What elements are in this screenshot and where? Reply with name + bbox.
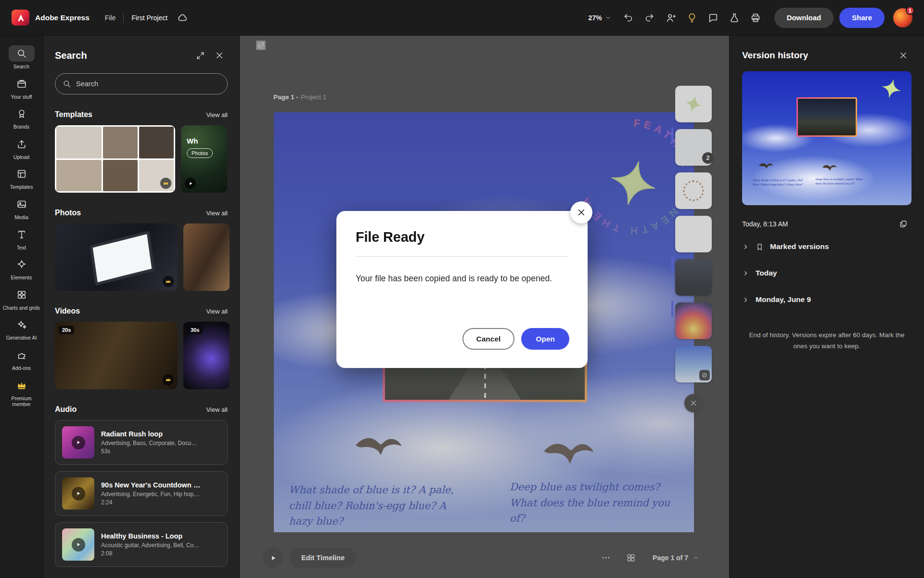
sidebar-item-media[interactable]: Media bbox=[0, 196, 43, 221]
templates-view-all[interactable]: View all bbox=[206, 111, 228, 118]
redo-button[interactable] bbox=[641, 9, 659, 27]
audio-tags: Acoustic guitar, Advertising, Bell, Co… bbox=[101, 542, 199, 549]
sidebar-item-your-stuff[interactable]: Your stuff bbox=[0, 76, 43, 100]
generative-ai-icon bbox=[9, 316, 35, 333]
sidebar-item-generative-ai[interactable]: Generative AI bbox=[0, 316, 43, 341]
audio-item[interactable]: Radiant Rush loop Advertising, Bass, Cor… bbox=[55, 420, 228, 465]
template-thumbnail-1[interactable] bbox=[55, 125, 175, 193]
expand-panel-icon[interactable] bbox=[192, 47, 208, 64]
photos-row bbox=[55, 223, 228, 291]
videos-row: 20s 30s bbox=[55, 322, 228, 389]
charts-grids-icon bbox=[9, 287, 35, 303]
file-menu[interactable]: File bbox=[105, 14, 116, 22]
dialog-body-text: Your file has been copied and is ready t… bbox=[356, 272, 570, 285]
add-ons-icon bbox=[9, 347, 35, 363]
invite-user-icon[interactable] bbox=[662, 9, 680, 27]
cancel-button[interactable]: Cancel bbox=[462, 328, 515, 350]
chevron-right-icon bbox=[742, 243, 749, 250]
sidebar-item-upload[interactable]: Upload bbox=[0, 136, 43, 160]
template-thumbnail-2[interactable]: Wh Photos bbox=[181, 125, 227, 193]
dialog-title: File Ready bbox=[356, 229, 568, 245]
play-icon[interactable] bbox=[72, 436, 85, 449]
play-icon[interactable] bbox=[72, 487, 85, 500]
chevron-right-icon bbox=[742, 270, 749, 277]
sidebar-item-premium-member[interactable]: Premium member bbox=[0, 377, 43, 407]
elements-icon bbox=[9, 256, 35, 273]
photo-thumbnail-1[interactable] bbox=[55, 223, 178, 291]
panel-title: Search bbox=[55, 50, 189, 61]
videos-section-header: Videos View all bbox=[55, 307, 228, 315]
duration-badge: 20s bbox=[59, 326, 74, 334]
document-title[interactable]: First Project bbox=[131, 14, 167, 22]
copy-version-icon[interactable] bbox=[895, 216, 911, 232]
close-panel-icon[interactable] bbox=[211, 47, 228, 64]
search-panel-header: Search bbox=[55, 47, 228, 64]
open-button[interactable]: Open bbox=[521, 328, 569, 350]
audio-thumbnail bbox=[62, 477, 94, 510]
photos-view-all[interactable]: View all bbox=[206, 210, 228, 217]
audio-title: Radiant Rush loop bbox=[101, 430, 197, 438]
play-icon bbox=[185, 178, 196, 189]
audio-thumbnail bbox=[62, 528, 94, 561]
sidebar-item-text[interactable]: Text bbox=[0, 226, 43, 251]
video-thumbnail-1[interactable]: 20s bbox=[55, 322, 178, 389]
undo-button[interactable] bbox=[619, 9, 638, 27]
notification-badge: 1 bbox=[906, 6, 914, 15]
duration-badge: 30s bbox=[187, 326, 203, 334]
left-rail: Search Your stuff Brands Upload Template… bbox=[0, 36, 43, 578]
download-button[interactable]: Download bbox=[774, 8, 834, 28]
panel-title: Version history bbox=[742, 50, 895, 61]
print-icon[interactable] bbox=[746, 9, 765, 27]
sidebar-item-elements[interactable]: Elements bbox=[0, 256, 43, 281]
comments-icon[interactable] bbox=[704, 9, 722, 27]
premium-crown-badge bbox=[160, 178, 171, 189]
sidebar-item-brands[interactable]: Brands bbox=[0, 105, 43, 130]
audio-duration: 53s bbox=[101, 448, 197, 455]
your-stuff-icon bbox=[9, 76, 35, 92]
topbar-right-actions: 27% Download Share 1 bbox=[584, 8, 912, 28]
chevron-down-icon bbox=[605, 14, 612, 21]
cloud-saved-icon[interactable] bbox=[173, 9, 192, 27]
sidebar-item-search[interactable]: Search bbox=[0, 45, 43, 70]
sidebar-item-add-ons[interactable]: Add-ons bbox=[0, 347, 43, 371]
today-versions-row[interactable]: Today bbox=[742, 261, 911, 285]
version-preview-thumbnail[interactable]: What shade of blue is it? A pale, chill … bbox=[742, 71, 911, 205]
divider bbox=[123, 13, 124, 23]
divider bbox=[356, 256, 568, 257]
labs-flask-icon[interactable] bbox=[725, 9, 744, 27]
chevron-right-icon bbox=[742, 296, 749, 303]
search-icon bbox=[63, 79, 71, 88]
audio-item[interactable]: Healthy Business - Loop Acoustic guitar,… bbox=[55, 522, 228, 567]
file-ready-dialog: File Ready Your file has been copied and… bbox=[336, 211, 588, 368]
audio-section-header: Audio View all bbox=[55, 405, 228, 414]
audio-duration: 2:08 bbox=[101, 550, 199, 557]
ideas-lightbulb-icon[interactable] bbox=[683, 9, 701, 27]
media-icon bbox=[9, 196, 35, 212]
photo-thumbnail-2[interactable] bbox=[183, 223, 230, 291]
video-thumbnail-2[interactable]: 30s bbox=[183, 322, 230, 389]
avatar[interactable]: 1 bbox=[893, 8, 912, 27]
play-icon[interactable] bbox=[72, 538, 85, 552]
brands-icon bbox=[9, 105, 35, 122]
zoom-value: 27% bbox=[589, 14, 602, 22]
zoom-control[interactable]: 27% bbox=[584, 10, 616, 26]
bookmark-icon bbox=[756, 243, 764, 251]
close-icon[interactable] bbox=[895, 47, 911, 64]
videos-view-all[interactable]: View all bbox=[206, 308, 228, 315]
search-input[interactable] bbox=[76, 80, 220, 88]
sidebar-item-charts-grids[interactable]: Charts and grids bbox=[0, 287, 43, 311]
sidebar-item-templates[interactable]: Templates bbox=[0, 166, 43, 190]
current-version-row: Today, 8:13 AM bbox=[742, 216, 911, 232]
templates-section-header: Templates View all bbox=[55, 110, 228, 119]
premium-crown-badge bbox=[163, 276, 174, 287]
photos-section-header: Photos View all bbox=[55, 209, 228, 217]
audio-item[interactable]: 90s New Year's Countdown … Advertising, … bbox=[55, 471, 228, 516]
monday-june9-versions-row[interactable]: Monday, June 9 bbox=[742, 288, 911, 312]
adobe-express-logo bbox=[12, 10, 29, 26]
audio-view-all[interactable]: View all bbox=[206, 406, 228, 413]
version-history-panel: Version history What shade of blue is it… bbox=[729, 36, 924, 578]
upload-icon bbox=[9, 136, 35, 152]
share-button[interactable]: Share bbox=[839, 8, 885, 28]
marked-versions-row[interactable]: Marked versions bbox=[742, 235, 911, 259]
close-icon[interactable] bbox=[570, 201, 592, 223]
